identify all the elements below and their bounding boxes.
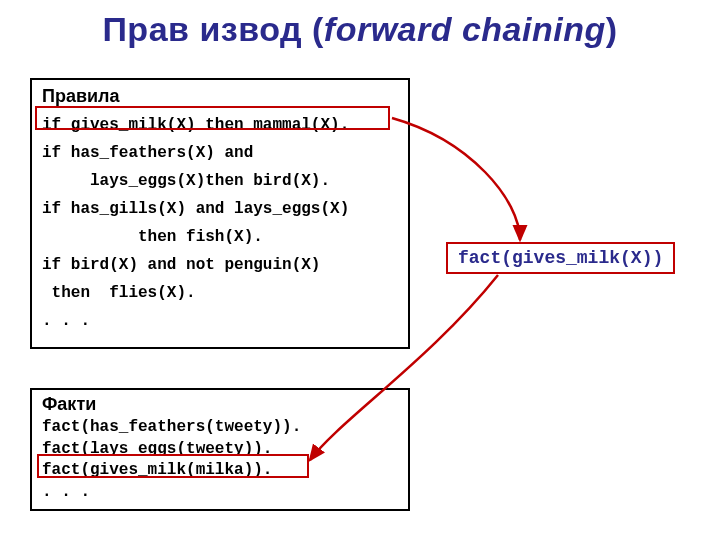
- result-box: fact(gives_milk(X)): [446, 242, 675, 274]
- rule-line-5: then fish(X).: [42, 223, 398, 251]
- rule-line-7: then flies(X).: [42, 279, 398, 307]
- title-italic: forward chaining: [324, 10, 606, 48]
- fact-line-4: . . .: [42, 482, 398, 504]
- rules-heading: Правила: [42, 86, 398, 107]
- result-text: fact(gives_milk(X)): [458, 248, 663, 268]
- facts-heading: Факти: [42, 394, 398, 415]
- fact3-highlight-box: [37, 454, 309, 478]
- fact-line-1: fact(has_feathers(tweety)).: [42, 417, 398, 439]
- arrow-rule1-to-result: [392, 118, 520, 240]
- facts-box: Факти fact(has_feathers(tweety)). fact(l…: [30, 388, 410, 511]
- slide-title: Прав извод (forward chaining): [30, 10, 690, 49]
- rule-line-4: if has_gills(X) and lays_eggs(X): [42, 195, 398, 223]
- title-suffix: ): [606, 10, 618, 48]
- rule1-highlight-box: [35, 106, 390, 130]
- rule-line-8: . . .: [42, 307, 398, 335]
- rule-line-2: if has_feathers(X) and: [42, 139, 398, 167]
- slide: Прав извод (forward chaining) Правила if…: [0, 0, 720, 540]
- rule-line-6: if bird(X) and not penguin(X): [42, 251, 398, 279]
- rule-line-3: lays_eggs(X)then bird(X).: [42, 167, 398, 195]
- title-prefix: Прав извод (: [102, 10, 323, 48]
